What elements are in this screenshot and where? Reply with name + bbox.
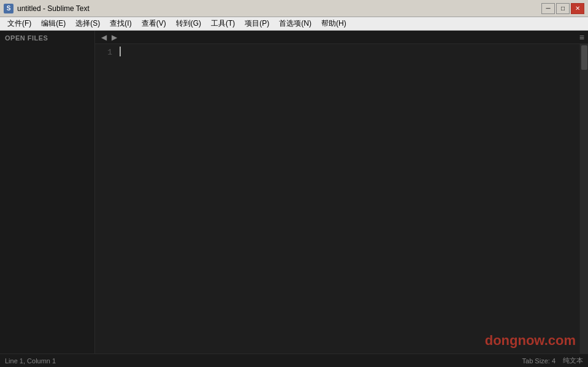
editor-area: ◀ ▶ ≡ 1 <box>95 31 588 354</box>
tab-menu-button[interactable]: ≡ <box>579 32 584 42</box>
menu-bar: 文件(F)编辑(E)选择(S)查找(I)查看(V)转到(G)工具(T)项目(P)… <box>0 17 588 31</box>
encoding[interactable]: 纯文本 <box>563 356 583 365</box>
window-controls: ─ □ ✕ <box>541 3 584 14</box>
status-left: Line 1, Column 1 <box>5 357 56 365</box>
line-numbers: 1 <box>95 44 117 354</box>
title-text: untitled - Sublime Text <box>17 4 90 13</box>
status-right: Tab Size: 4 纯文本 <box>522 356 583 365</box>
text-cursor <box>120 47 121 56</box>
scrollbar-thumb[interactable] <box>581 45 587 70</box>
menu-item-e[interactable]: 编辑(E) <box>36 17 71 30</box>
menu-item-p[interactable]: 项目(P) <box>240 17 274 30</box>
menu-item-g[interactable]: 转到(G) <box>171 17 206 30</box>
title-bar: S untitled - Sublime Text ─ □ ✕ <box>0 0 588 17</box>
menu-item-n[interactable]: 首选项(N) <box>274 17 316 30</box>
line-number-1: 1 <box>95 47 112 59</box>
editor-content[interactable] <box>117 44 579 354</box>
menu-item-i[interactable]: 查找(I) <box>105 17 136 30</box>
maximize-button[interactable]: □ <box>556 3 570 14</box>
menu-item-s[interactable]: 选择(S) <box>71 17 105 30</box>
tab-right-arrow[interactable]: ▶ <box>109 33 120 42</box>
cursor-position: Line 1, Column 1 <box>5 357 56 365</box>
minimize-button[interactable]: ─ <box>541 3 555 14</box>
main-content: OPEN FILES ◀ ▶ ≡ 1 <box>0 31 588 354</box>
cursor-line <box>120 47 577 56</box>
sidebar: OPEN FILES <box>0 31 95 354</box>
tab-size[interactable]: Tab Size: 4 <box>522 357 556 365</box>
tab-left-arrow[interactable]: ◀ <box>99 33 109 42</box>
editor[interactable]: 1 <box>95 44 588 354</box>
app-icon: S <box>4 4 13 13</box>
menu-item-t[interactable]: 工具(T) <box>206 17 240 30</box>
menu-item-v[interactable]: 查看(V) <box>137 17 171 30</box>
title-left: S untitled - Sublime Text <box>4 4 90 13</box>
sidebar-header: OPEN FILES <box>0 31 94 45</box>
close-button[interactable]: ✕ <box>571 3 584 14</box>
menu-item-f[interactable]: 文件(F) <box>2 17 36 30</box>
status-bar: Line 1, Column 1 Tab Size: 4 纯文本 <box>0 354 588 367</box>
vertical-scrollbar[interactable] <box>579 44 588 354</box>
tab-bar: ◀ ▶ ≡ <box>95 31 588 44</box>
menu-item-h[interactable]: 帮助(H) <box>316 17 351 30</box>
